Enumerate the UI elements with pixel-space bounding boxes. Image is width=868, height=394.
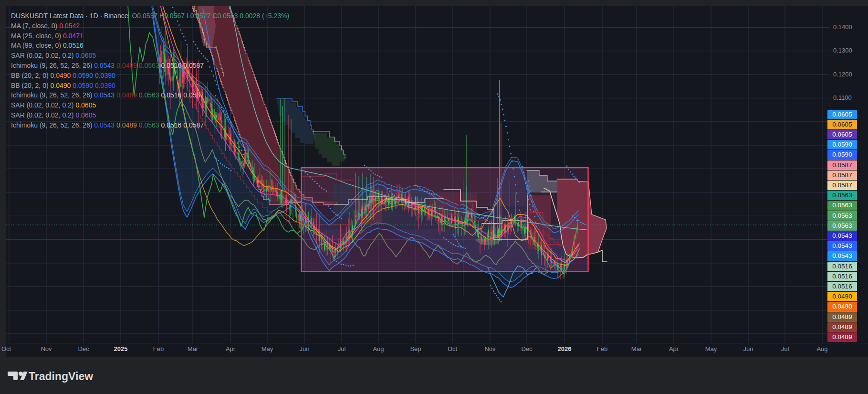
svg-text:TradingView: TradingView <box>29 370 93 383</box>
